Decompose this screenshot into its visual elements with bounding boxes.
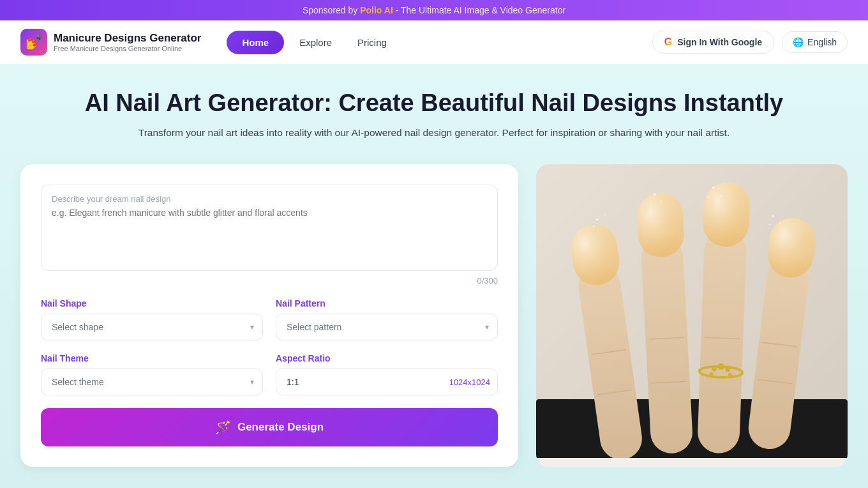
wand-icon: 🪄: [215, 420, 231, 435]
svg-point-28: [604, 214, 606, 215]
theme-aspect-row: Nail Theme Select theme French Wedding H…: [41, 353, 498, 395]
nail-shape-label: Nail Shape: [41, 298, 263, 309]
translate-icon: 🌐: [793, 37, 804, 47]
svg-point-32: [649, 203, 650, 204]
hero-title: AI Nail Art Generator: Create Beautiful …: [20, 89, 848, 117]
svg-point-34: [719, 195, 721, 197]
image-panel: [536, 164, 848, 467]
textarea-wrapper: Describe your dream nail design: [41, 185, 498, 271]
nail-theme-group: Nail Theme Select theme French Wedding H…: [41, 353, 263, 395]
nav-pricing-link[interactable]: Pricing: [347, 31, 397, 54]
nail-theme-label: Nail Theme: [41, 353, 263, 363]
textarea-label: Describe your dream nail design: [52, 194, 487, 204]
svg-point-33: [712, 187, 714, 188]
nail-shape-select[interactable]: Select shape Oval Square Round Stiletto …: [41, 314, 263, 340]
svg-rect-14: [702, 181, 751, 247]
nav-links: Home Explore Pricing: [227, 31, 396, 54]
app-name: Manicure Designs Generator: [54, 32, 201, 45]
nail-pattern-select-wrapper: Select pattern Floral Geometric Abstract…: [276, 314, 498, 340]
nail-pattern-label: Nail Pattern: [276, 298, 498, 309]
navbar: 💅 Manicure Designs Generator Free Manicu…: [0, 20, 868, 64]
svg-point-29: [593, 225, 594, 227]
content-grid: Describe your dream nail design 0/300 Na…: [20, 164, 848, 467]
svg-point-27: [596, 218, 598, 220]
aspect-ratio-group: Aspect Ratio 1024x1024: [276, 353, 498, 395]
svg-point-38: [769, 224, 770, 225]
nail-theme-select[interactable]: Select theme French Wedding Halloween Ch…: [41, 369, 263, 395]
top-banner: Sponsored by Pollo AI - The Ultimate AI …: [0, 0, 868, 20]
svg-rect-12: [697, 229, 747, 454]
nail-shape-group: Nail Shape Select shape Oval Square Roun…: [41, 298, 263, 340]
signin-label: Sign In With Google: [677, 37, 762, 47]
shape-pattern-row: Nail Shape Select shape Oval Square Roun…: [41, 298, 498, 340]
design-textarea[interactable]: [52, 208, 487, 259]
svg-point-35: [708, 197, 709, 198]
nav-home-button[interactable]: Home: [227, 31, 284, 54]
logo-link[interactable]: 💅 Manicure Designs Generator Free Manicu…: [20, 29, 201, 56]
aspect-dimensions-badge: 1024x1024: [449, 377, 490, 387]
logo-icon: 💅: [20, 29, 47, 56]
hero-subtitle: Transform your nail art ideas into reali…: [20, 127, 848, 139]
nav-explore-link[interactable]: Explore: [289, 31, 342, 54]
nail-shape-select-wrapper: Select shape Oval Square Round Stiletto …: [41, 314, 263, 340]
aspect-ratio-label: Aspect Ratio: [276, 353, 498, 363]
svg-rect-9: [636, 192, 685, 258]
nail-pattern-group: Nail Pattern Select pattern Floral Geome…: [276, 298, 498, 340]
aspect-input-wrapper: 1024x1024: [276, 369, 498, 395]
language-button[interactable]: 🌐 English: [782, 31, 848, 53]
app-tagline: Free Manicure Designs Generator Online: [54, 45, 201, 52]
generate-design-button[interactable]: 🪄 Generate Design: [41, 408, 498, 446]
nail-preview-image: [536, 164, 848, 458]
logo-text: Manicure Designs Generator Free Manicure…: [54, 32, 201, 52]
nav-right: G Sign In With Google 🌐 English: [652, 31, 848, 54]
main-content: AI Nail Art Generator: Create Beautiful …: [0, 64, 868, 488]
form-card: Describe your dream nail design 0/300 Na…: [20, 164, 518, 467]
svg-point-30: [654, 194, 655, 195]
nail-theme-select-wrapper: Select theme French Wedding Halloween Ch…: [41, 369, 263, 395]
language-label: English: [807, 37, 837, 47]
banner-prefix: Sponsored by: [303, 5, 357, 15]
svg-point-37: [779, 222, 781, 224]
svg-point-31: [661, 201, 662, 202]
banner-brand: Pollo AI: [360, 5, 393, 15]
svg-point-36: [772, 215, 774, 217]
google-signin-button[interactable]: G Sign In With Google: [652, 31, 774, 54]
nail-pattern-select[interactable]: Select pattern Floral Geometric Abstract…: [276, 314, 498, 340]
generate-btn-label: Generate Design: [237, 421, 324, 434]
char-count: 0/300: [41, 276, 498, 286]
banner-brand-link[interactable]: Pollo AI: [360, 5, 393, 15]
banner-suffix: - The Ultimate AI Image & Video Generato…: [393, 5, 565, 15]
google-g-icon: G: [664, 36, 672, 48]
